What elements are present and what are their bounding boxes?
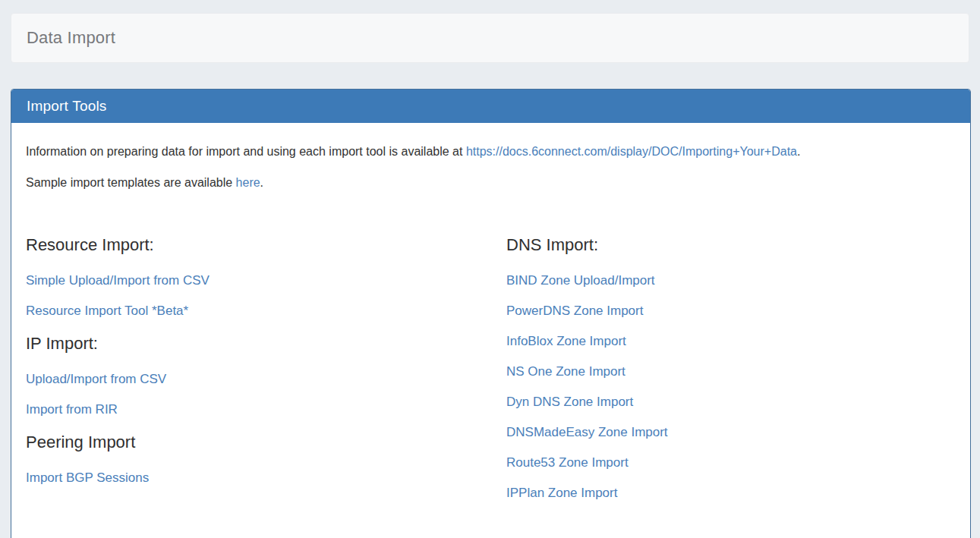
link-simple-upload-import-from-csv[interactable]: Simple Upload/Import from CSV <box>26 273 506 288</box>
dns-import-heading: DNS Import: <box>506 235 956 255</box>
import-columns: Resource Import: Simple Upload/Import fr… <box>26 235 956 516</box>
link-dnsmadeeasy-zone-import[interactable]: DNSMadeEasy Zone Import <box>506 425 956 440</box>
link-import-from-rir[interactable]: Import from RIR <box>26 402 506 417</box>
intro-line-1-text: Information on preparing data for import… <box>26 145 466 158</box>
link-dyn-dns-zone-import[interactable]: Dyn DNS Zone Import <box>506 395 956 410</box>
section-resource-import: Resource Import: Simple Upload/Import fr… <box>26 235 506 319</box>
docs-link[interactable]: https://docs.6connect.com/display/DOC/Im… <box>466 145 797 158</box>
panel-title: Import Tools <box>27 98 107 115</box>
intro-line-2: Sample import templates are available he… <box>26 175 956 190</box>
link-route53-zone-import[interactable]: Route53 Zone Import <box>506 455 956 470</box>
link-import-bgp-sessions[interactable]: Import BGP Sessions <box>26 470 506 486</box>
templates-here-link[interactable]: here <box>236 176 260 189</box>
import-tools-panel-header: Import Tools <box>11 90 970 123</box>
link-infoblox-zone-import[interactable]: InfoBlox Zone Import <box>506 334 956 349</box>
intro-line-1-period: . <box>797 145 800 158</box>
section-ip-import: IP Import: Upload/Import from CSV Import… <box>26 334 506 417</box>
peering-import-heading: Peering Import <box>26 433 506 452</box>
page-title-bar: Data Import <box>11 13 969 63</box>
ip-import-heading: IP Import: <box>26 334 506 354</box>
section-peering-import: Peering Import Import BGP Sessions <box>26 433 506 486</box>
link-ipplan-zone-import[interactable]: IPPlan Zone Import <box>506 486 956 501</box>
intro-line-2-text: Sample import templates are available <box>26 176 236 189</box>
import-tools-panel-body: Information on preparing data for import… <box>11 123 970 538</box>
link-upload-import-from-csv[interactable]: Upload/Import from CSV <box>26 372 506 387</box>
link-powerdns-zone-import[interactable]: PowerDNS Zone Import <box>506 304 956 319</box>
intro-text: Information on preparing data for import… <box>26 144 956 190</box>
intro-line-1: Information on preparing data for import… <box>26 144 956 159</box>
resource-import-heading: Resource Import: <box>26 235 506 255</box>
intro-line-2-period: . <box>260 176 263 189</box>
import-tools-panel: Import Tools Information on preparing da… <box>11 89 971 538</box>
left-column: Resource Import: Simple Upload/Import fr… <box>26 235 506 516</box>
section-dns-import: DNS Import: BIND Zone Upload/Import Powe… <box>506 235 956 501</box>
link-resource-import-tool-beta[interactable]: Resource Import Tool *Beta* <box>26 304 506 319</box>
page-title: Data Import <box>27 28 115 48</box>
right-column: DNS Import: BIND Zone Upload/Import Powe… <box>506 235 956 516</box>
link-ns-one-zone-import[interactable]: NS One Zone Import <box>506 364 956 379</box>
link-bind-zone-upload-import[interactable]: BIND Zone Upload/Import <box>506 273 956 288</box>
